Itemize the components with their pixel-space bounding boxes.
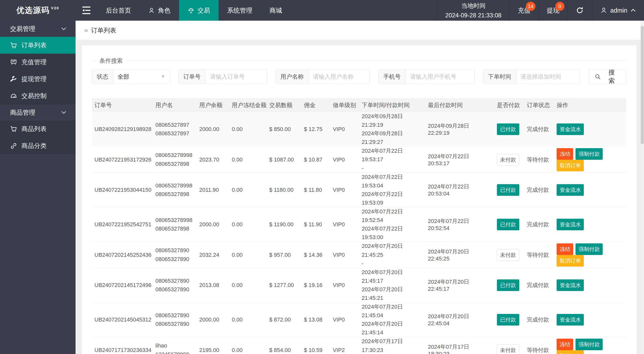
user-phone: 08065327890 bbox=[155, 320, 194, 328]
user-menu[interactable]: admin bbox=[592, 0, 644, 21]
commission-cell: $ 12.75 bbox=[301, 112, 330, 147]
local-time: 当地时间 2024-09-28 21:33:08 bbox=[437, 0, 510, 21]
refresh-button[interactable] bbox=[567, 0, 592, 21]
sidebar-item-5[interactable]: 交易控制 bbox=[0, 87, 76, 104]
amount-cell: $ 1190.00 bbox=[267, 207, 301, 242]
vertical-scrollbar[interactable] bbox=[640, 21, 644, 354]
recharge-menu[interactable]: 充值 14 bbox=[510, 0, 538, 21]
withdraw-menu[interactable]: 提现 0 bbox=[538, 0, 567, 21]
app-logo-version: V20 bbox=[51, 6, 59, 10]
sidebar-item-4[interactable]: 提现管理 bbox=[0, 71, 76, 87]
frozen-cell: 0.00 bbox=[229, 207, 267, 242]
sidebar-item-label: 充值管理 bbox=[21, 58, 47, 66]
chevron-down-icon bbox=[61, 111, 66, 114]
commission: $ 14.36 bbox=[304, 252, 328, 258]
user-phone: 08065327898 bbox=[155, 160, 194, 168]
freeze-button[interactable]: 冻结 bbox=[557, 243, 573, 255]
fund-flow-button[interactable]: 资金流水 bbox=[557, 123, 584, 135]
vip-level: VIP0 bbox=[333, 316, 357, 323]
sidebar-group-label: 商品管理 bbox=[10, 108, 35, 117]
cancel-order-button[interactable]: 取消订单 bbox=[557, 350, 584, 354]
vip-level: VIP0 bbox=[333, 187, 357, 193]
cancel-order-button[interactable]: 取消订单 bbox=[557, 160, 584, 171]
freeze-button[interactable]: 冻结 bbox=[557, 148, 573, 160]
vip-cell: VIP0 bbox=[330, 112, 359, 147]
force-pay-button[interactable]: 强制付款 bbox=[575, 243, 603, 255]
table-row: UB24072021452524360806532789008065327890… bbox=[92, 242, 626, 268]
user-name-input[interactable] bbox=[309, 70, 370, 84]
scrollbar-thumb[interactable] bbox=[641, 26, 644, 144]
menu-collapse-button[interactable] bbox=[76, 0, 97, 21]
fund-flow-button[interactable]: 资金流水 bbox=[557, 314, 584, 326]
sidebar-group-6[interactable]: 商品管理 bbox=[0, 104, 76, 120]
order-no: UB2407221952542751 bbox=[94, 221, 150, 228]
order-no-input[interactable] bbox=[206, 70, 267, 84]
nav-tab-label: 角色 bbox=[158, 6, 171, 15]
order-time: 2024年07月22日 19:53:17 bbox=[362, 147, 423, 164]
sidebar-group-1[interactable]: 交易管理 bbox=[0, 21, 76, 37]
order-no-cell: UB2407202145045312 bbox=[92, 303, 153, 337]
last-pay-time: 2024年07月20日 22:45:04 bbox=[428, 313, 492, 327]
fund-flow-button[interactable]: 资金流水 bbox=[557, 219, 584, 230]
cancel-order-button[interactable]: 取消订单 bbox=[557, 255, 584, 267]
column-header: 用户名 bbox=[153, 98, 197, 112]
last-pay-time: 2024年07月20日 22:45:17 bbox=[428, 278, 492, 292]
fund-flow-button[interactable]: 资金流水 bbox=[557, 279, 584, 291]
order-status-cell: 等待付款 bbox=[524, 147, 554, 173]
balance-cell: 2195.00 bbox=[197, 337, 229, 354]
user-name-filter: 用户名称 bbox=[276, 69, 370, 84]
order-time-cell: 2024年07月22日 19:53:042024年07月22日 19:53:09 bbox=[359, 173, 425, 207]
last-pay-time: 2024年07月20日 22:45:25 bbox=[428, 248, 492, 262]
order-no-filter: 订单号 bbox=[179, 69, 267, 84]
chevron-up-icon bbox=[630, 9, 636, 12]
table-row: UB24092821291989280806532789708065327897… bbox=[92, 112, 626, 147]
nav-tab-1[interactable]: 后台首页 bbox=[97, 0, 140, 21]
pay-time: - bbox=[362, 259, 423, 268]
force-pay-button[interactable]: 强制付款 bbox=[575, 148, 603, 160]
withdraw-badge: 0 bbox=[555, 2, 564, 11]
freeze-button[interactable]: 冻结 bbox=[557, 339, 573, 350]
paid-status-badge: 已付款 bbox=[497, 219, 519, 230]
frozen-cell: 0.00 bbox=[229, 173, 267, 207]
order-no: UB2407221953044150 bbox=[94, 187, 150, 193]
fund-flow-button[interactable]: 资金流水 bbox=[557, 184, 584, 196]
paid-cell: 未付款 bbox=[494, 147, 524, 173]
sidebar-submenu: 订单列表充值管理提现管理交易控制 bbox=[0, 37, 76, 104]
balance-cell: 2011.90 bbox=[197, 173, 229, 207]
user-phone: 08065327890 bbox=[155, 285, 194, 294]
sidebar-item-3[interactable]: 充值管理 bbox=[0, 54, 76, 71]
nav-tab-label: 系统管理 bbox=[227, 6, 252, 15]
chevron-down-icon bbox=[61, 27, 66, 30]
order-status: 完成付款 bbox=[527, 281, 552, 289]
paid-status-badge: 未付款 bbox=[497, 249, 519, 261]
order-time-input[interactable] bbox=[516, 70, 580, 84]
paid-status-badge: 已付款 bbox=[497, 279, 519, 291]
search-bar: 状态 全部 ▼ 订单号 用户名称 手机号 下单时间 bbox=[92, 69, 626, 84]
sidebar-item-7[interactable]: 商品列表 bbox=[0, 120, 76, 137]
balance: 2000.00 bbox=[199, 126, 227, 133]
balance-cell: 2000.00 bbox=[197, 303, 229, 337]
phone-input[interactable] bbox=[405, 70, 474, 84]
order-no: UB2409282129198928 bbox=[94, 126, 150, 133]
balance: 2000.00 bbox=[199, 221, 227, 228]
caret-down-icon: ▼ bbox=[161, 74, 165, 79]
user-phone: 08065327898 bbox=[155, 224, 194, 233]
actions-cell: 冻结强制付款取消订单 bbox=[554, 337, 626, 354]
last-pay-time: 2024年07月17日 18:30:23 bbox=[428, 343, 492, 354]
nav-tab-3[interactable]: 交易 bbox=[179, 0, 219, 21]
user-icon bbox=[600, 7, 607, 14]
nav-tab-2[interactable]: 角色 bbox=[140, 0, 179, 21]
sidebar-item-2[interactable]: 订单列表 bbox=[0, 37, 76, 54]
status-select[interactable]: 全部 ▼ bbox=[113, 70, 170, 84]
trade-amount: $ 872.00 bbox=[269, 316, 299, 323]
amount-cell: $ 850.00 bbox=[267, 112, 301, 147]
search-button[interactable]: 搜 索 bbox=[589, 69, 626, 84]
force-pay-button[interactable]: 强制付款 bbox=[575, 339, 603, 350]
paid-status-badge: 已付款 bbox=[497, 123, 519, 135]
nav-tab-label: 后台首页 bbox=[106, 6, 131, 15]
nav-tab-4[interactable]: 系统管理 bbox=[219, 0, 261, 21]
sidebar-item-8[interactable]: 商品分类 bbox=[0, 137, 76, 154]
order-status: 等待付款 bbox=[527, 346, 552, 354]
nav-tab-5[interactable]: 商城 bbox=[261, 0, 291, 21]
order-status-cell: 完成付款 bbox=[524, 207, 554, 242]
